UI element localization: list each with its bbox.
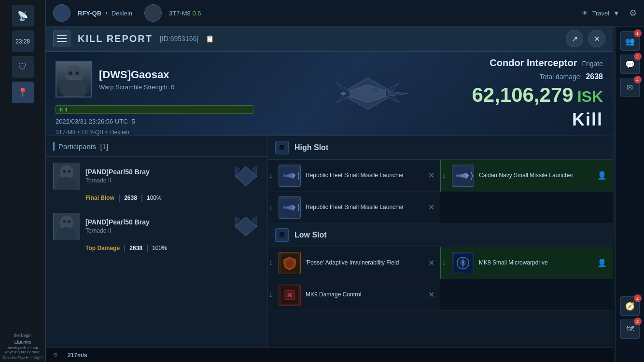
svg-point-5 [340, 92, 346, 95]
kill-type-label: Kill [572, 110, 603, 130]
stat-divider-3: | [124, 244, 126, 252]
module-low-3[interactable]: 1 MK9 Damage Control ✕ [268, 279, 440, 311]
participant-1-name: [PAND]Pearl50 Bray [85, 168, 225, 176]
victim-row: [DWS]Gaosax Warp Scramble Strength: 0 [56, 61, 253, 97]
sidebar-right-chat[interactable]: 💬 4 [620, 55, 640, 74]
participant-2-ship-icon [231, 213, 260, 239]
participant-2-ship-svg [233, 214, 259, 238]
module-low-3-remove[interactable]: ✕ [428, 290, 434, 299]
badge-3: 4 [634, 76, 642, 84]
player-info: RFY-QB • Deklein [78, 10, 132, 17]
module-low-2-num: 1 [443, 260, 446, 265]
missile-icon-1 [280, 167, 297, 184]
module-high-1[interactable]: 1 Republic Fleet Small Missile Launcher … [268, 160, 440, 192]
svg-point-3 [75, 71, 79, 75]
status-text: ⚙ [53, 352, 58, 358]
participant-item-2[interactable]: [PAND]Pearl50 Bray Tornado II [46, 207, 267, 246]
sidebar-wifi-icon[interactable]: 📡 [12, 5, 34, 27]
high-slot-section: 🛠 High Slot 1 [268, 136, 613, 223]
menu-button[interactable] [53, 30, 70, 47]
low-slot-modules: 1 'Posse' Adaptive Invulnerability Field… [268, 247, 613, 311]
badge-5: 2 [634, 318, 642, 325]
chat-message-1: the begin [2, 333, 43, 338]
modules-panel: 🛠 High Slot 1 [268, 136, 613, 362]
participants-panel: Participants [1] [46, 136, 268, 362]
kill-datetime: 2022/03/31 23:26:56 UTC -5 [56, 118, 253, 125]
total-damage-row: Total damage: 2638 [539, 72, 603, 81]
module-high-2[interactable]: 1 Caldari Navy Small Missile Launcher 👤 [440, 160, 613, 192]
ship-name: Condor Interceptor [490, 57, 577, 69]
sidebar-right-people[interactable]: 👥 1 [620, 31, 640, 51]
kill-info-section: [DWS]Gaosax Warp Scramble Strength: 0 Ki… [46, 52, 613, 136]
victim-avatar [56, 61, 92, 97]
copy-icon[interactable]: 📋 [206, 35, 214, 42]
total-damage-value: 2638 [586, 72, 603, 81]
high-slot-header: 🛠 High Slot [268, 136, 613, 160]
participant-1-ship-icon [231, 163, 260, 189]
total-damage-label: Total damage: [539, 73, 582, 81]
high-slot-modules: 1 Republic Fleet Small Missile Launcher … [268, 160, 613, 223]
module-high-1-remove[interactable]: ✕ [428, 171, 434, 180]
isk-value: 62,106,279 [472, 85, 573, 105]
other-avatar [144, 4, 162, 22]
hamburger-line-2 [57, 38, 67, 39]
participant-2-container: [PAND]Pearl50 Bray Tornado II Top Damage… [46, 207, 267, 257]
module-low-1-remove[interactable]: ✕ [428, 258, 434, 267]
module-high-3-num: 1 [269, 205, 272, 210]
svg-point-1 [60, 80, 87, 97]
bottom-status-bar: ⚙ 217m/s [46, 348, 613, 362]
low-slot-header: 🛠 Low Slot [268, 223, 613, 247]
panel-title: KILL REPORT [78, 33, 153, 44]
export-button[interactable]: ↗ [566, 30, 583, 47]
chat-message-4: ObsidianTryx★ > *sigh* [2, 355, 43, 360]
participant-item-1[interactable]: [PAND]Pearl50 Bray Tornado II [46, 157, 267, 195]
chat-message-3: Ametryst★ > I am anything but normal! [2, 346, 43, 354]
sidebar-right-nav1[interactable]: 🧭 2 [620, 296, 640, 316]
close-button[interactable]: ✕ [588, 30, 605, 47]
travel-mode[interactable]: 👁 Travel ▼ [582, 10, 619, 17]
player-region: Deklein [112, 10, 132, 17]
participants-title: Participants [58, 142, 96, 151]
module-high-1-name: Republic Fleet Small Missile Launcher [306, 171, 423, 180]
participant-1-container: [PAND]Pearl50 Bray Tornado II Final Blow… [46, 157, 267, 207]
participant-1-avatar [53, 163, 80, 189]
status-speed: 217m/s [68, 352, 87, 359]
victim-warp: Warp Scramble Strength: 0 [99, 84, 253, 91]
low-slot-section: 🛠 Low Slot 1 'Poss [268, 223, 613, 311]
module-low-2-name: MK9 Small Microwarpdrive [479, 259, 592, 267]
shield-icon-svg [281, 254, 298, 272]
participant-1-damage: 2638 [124, 195, 137, 201]
missile-icon-3 [280, 199, 297, 216]
sidebar-shield-icon[interactable]: 🛡 [12, 56, 34, 78]
module-low-1-name: 'Posse' Adaptive Invulnerability Field [306, 259, 423, 267]
top-damage-label: Top Damage [85, 245, 120, 251]
missile-icon-2 [453, 167, 470, 184]
participant-1-percent: 100% [147, 195, 162, 201]
low-slot-title: Low Slot [294, 231, 327, 239]
module-low-1-num: 1 [269, 260, 272, 265]
hamburger-line-1 [57, 35, 67, 36]
panel-id: [ID:6953166] [160, 35, 198, 42]
module-high-3[interactable]: 1 Republic Fleet Small Missile Launcher … [268, 192, 440, 223]
module-high-3-remove[interactable]: ✕ [428, 203, 434, 212]
svg-point-23 [283, 206, 286, 209]
top-bar-right: 👁 Travel ▼ ⚙ [582, 8, 637, 18]
ship-svg [305, 62, 431, 125]
module-low-2-icon [452, 252, 474, 274]
module-low-1[interactable]: 1 'Posse' Adaptive Invulnerability Field… [268, 247, 440, 279]
participant-2-ship: Tornado II [85, 227, 225, 234]
isk-label: ISK [577, 88, 603, 106]
sidebar-right-nav2[interactable]: 🗺 2 [620, 320, 640, 339]
module-low-3-name: MK9 Damage Control [306, 291, 423, 299]
module-low-4-empty [440, 279, 613, 311]
participant-1-face [54, 163, 80, 190]
participant-2-name: [PAND]Pearl50 Bray [85, 218, 225, 226]
svg-point-11 [63, 170, 66, 173]
top-bar: RFY-QB • Deklein 3T7-M8 0.6 👁 Travel ▼ ⚙ [46, 0, 644, 27]
sidebar-right-mail[interactable]: ✉ 4 [620, 78, 640, 97]
kill-report-panel: KILL REPORT [ID:6953166] 📋 ↗ ✕ [46, 27, 613, 362]
module-low-2[interactable]: 1 MK9 Small Microwarpdrive 👤 [440, 247, 613, 279]
sidebar-location-icon[interactable]: 📍 [12, 82, 34, 103]
participants-count: [1] [100, 142, 108, 151]
filter-icon[interactable]: ⚙ [629, 8, 637, 18]
